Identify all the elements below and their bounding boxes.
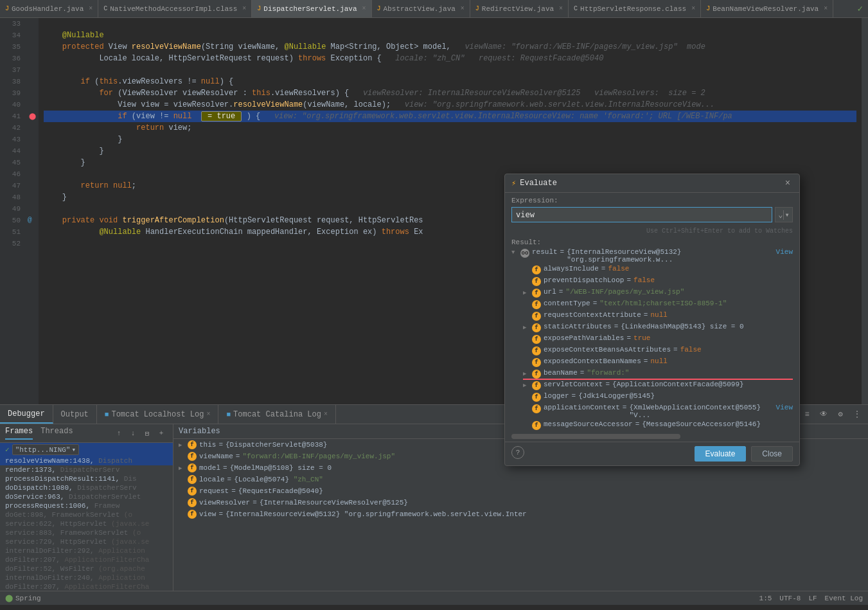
frame-down-btn[interactable]: ↓ xyxy=(127,427,139,440)
dropdown-caret-icon[interactable]: ▾ xyxy=(783,210,790,220)
result-view-link[interactable]: View xyxy=(776,248,793,256)
evaluate-expr-btn[interactable]: ≡ xyxy=(800,408,814,422)
eval-close-button[interactable]: × xyxy=(783,178,793,188)
tab-close-6[interactable]: × xyxy=(824,5,828,12)
frame-item-11[interactable]: doFilter:207, ApplicationFilterCha xyxy=(0,555,173,564)
eval-scrollbar-thumb[interactable] xyxy=(511,434,680,439)
frames-panel: Frames Threads ↑ ↓ ⊟ + ✓ "http...NING" ▾ xyxy=(0,424,173,591)
servletcontext-expand[interactable]: ▶ xyxy=(523,382,531,389)
close-button[interactable]: Close xyxy=(751,446,793,462)
frame-item-8[interactable]: service:883, FrameworkServlet (o xyxy=(0,528,173,537)
frame-item-10[interactable]: internalDoFilter:292, Application xyxy=(0,546,173,555)
tab-beannameviewresolver[interactable]: J BeanNameViewResolver.java × xyxy=(701,0,833,17)
frame-item-1[interactable]: render:1373, DispatcherServ xyxy=(0,465,173,474)
var-item-request[interactable]: f request = {RequestFacade@5040} xyxy=(173,485,868,497)
eval-footer: ? Evaluate Close xyxy=(505,442,799,465)
tab-abstractview[interactable]: J AbstractView.java × xyxy=(372,0,470,17)
breakpoint-icon[interactable]: ⬤ xyxy=(28,112,37,121)
tab-redirectview[interactable]: J RedirectView.java × xyxy=(470,0,569,17)
var-item-viewresolver[interactable]: f viewResolver = {InternalResourceViewRe… xyxy=(173,497,868,508)
annotation-marker: @ xyxy=(28,216,32,224)
frame-item-0[interactable]: resolveViewName:1438, Dispatch xyxy=(0,456,173,465)
result-exposepathvars[interactable]: f exposePathVariables = true xyxy=(511,334,793,345)
result-appcontext[interactable]: f applicationContext = {XmlWebApplicatio… xyxy=(511,403,793,420)
appcontext-view-link[interactable]: View xyxy=(776,404,793,411)
event-log[interactable]: Event Log xyxy=(825,595,863,602)
java-icon-active: J xyxy=(257,5,261,12)
expression-expand-btn[interactable]: ⌄ ▾ xyxy=(775,207,793,222)
frame-add-btn[interactable]: + xyxy=(155,427,168,440)
var-item-view[interactable]: f view = {InternalResourceView@5132} "or… xyxy=(173,508,868,520)
evaluate-button[interactable]: Evaluate xyxy=(695,446,747,462)
tab-tomcat-catalina[interactable]: ■ Tomcat Catalina Log × xyxy=(218,405,335,424)
staticattributes-expand[interactable]: ▶ xyxy=(523,324,531,331)
var-icon-viewresolver: f xyxy=(188,498,197,507)
frame-item-6[interactable]: doGet:898, FrameworkServlet (o xyxy=(0,510,173,519)
status-spring[interactable]: ⬤ Spring xyxy=(5,594,41,602)
result-exposedcontextbeannames[interactable]: f exposedContextBeanNames = null xyxy=(511,357,793,368)
tab-debugger[interactable]: Debugger xyxy=(0,405,53,424)
result-exposecontextbeans[interactable]: f exposeContextBeansAsAttributes = false xyxy=(511,345,793,357)
result-beanname[interactable]: ▶ f beanName = "forward:" xyxy=(511,368,793,380)
frame-item-9[interactable]: service:729, HttpServlet (javax.se xyxy=(0,537,173,546)
result-messagesourceaccessor[interactable]: f messageSourceAccessor = {MessageSource… xyxy=(511,420,793,431)
line-sep[interactable]: LF xyxy=(808,595,817,602)
result-requestcontextattr[interactable]: f requestContextAttribute = null xyxy=(511,310,793,322)
expand-arrow-icon: ⌄ xyxy=(778,210,783,220)
more-btn[interactable]: ⋮ xyxy=(850,408,864,422)
tab-close-tomcat-localhost[interactable]: × xyxy=(206,411,210,418)
beanname-expand[interactable]: ▶ xyxy=(523,370,531,377)
watch-btn[interactable]: 👁 xyxy=(817,408,831,422)
frame-item-12[interactable]: doFilter:52, WsFilter (org.apache xyxy=(0,564,173,573)
settings-btn[interactable]: ⚙ xyxy=(833,408,847,422)
result-preventdispatchloop[interactable]: f preventDispatchLoop = false xyxy=(511,276,793,287)
result-servletcontext[interactable]: ▶ f servletContext = {ApplicationContext… xyxy=(511,380,793,391)
frame-item-2[interactable]: processDispatchResult:1141, Dis xyxy=(0,474,173,483)
frame-item-7[interactable]: service:622, HttpServlet (javax.se xyxy=(0,519,173,528)
expand-model-icon[interactable]: ▶ xyxy=(179,465,186,472)
evaluate-dialog: ⚡ Evaluate × Expression: ⌄ ▾ Use Ctrl+Sh… xyxy=(504,174,800,466)
frame-item-3[interactable]: doDispatch:1080, DispatcherServ xyxy=(0,483,173,492)
tab-close-4[interactable]: × xyxy=(559,5,563,12)
tab-httpservletresponse[interactable]: C HttpServletResponse.class × xyxy=(569,0,701,17)
tab-nativemethodaccessor[interactable]: C NativeMethodAccessorImpl.class × xyxy=(98,0,252,17)
url-expand[interactable]: ▶ xyxy=(523,289,531,296)
tab-close-5[interactable]: × xyxy=(691,5,695,12)
tab-frames[interactable]: Frames xyxy=(5,427,33,440)
tab-output[interactable]: Output xyxy=(53,405,97,424)
thread-dropdown[interactable]: "http...NING" ▾ xyxy=(12,444,79,455)
tab-close-tomcat-catalina[interactable]: × xyxy=(324,411,328,418)
frame-item-5[interactable]: processRequest:1006, Framew xyxy=(0,501,173,510)
tab-close-0[interactable]: × xyxy=(89,5,93,12)
result-root-icon: oo xyxy=(520,249,529,258)
result-icon-requestcontextattr: f xyxy=(532,312,541,321)
frame-item-14[interactable]: doFilter:207, ApplicationFilterCha xyxy=(0,582,173,591)
result-logger[interactable]: f logger = {Jdk14Logger@5145} xyxy=(511,391,793,403)
expression-input[interactable] xyxy=(511,207,772,222)
root-expand-icon[interactable]: ▼ xyxy=(511,249,519,256)
tab-close-3[interactable]: × xyxy=(461,5,465,12)
tab-threads[interactable]: Threads xyxy=(40,427,73,440)
result-url[interactable]: ▶ f url = "/WEB-INF/pages/my_view.jsp" xyxy=(511,287,793,299)
result-staticattributes[interactable]: ▶ f staticAttributes = {LinkedHashMap@51… xyxy=(511,322,793,334)
var-item-locale[interactable]: f locale = {Locale@5074} "zh_CN" xyxy=(173,474,868,485)
thread-selector[interactable]: ✓ "http...NING" ▾ xyxy=(0,443,173,456)
frame-filter-btn[interactable]: ⊟ xyxy=(141,427,154,440)
eval-scrollbar[interactable] xyxy=(511,434,793,439)
tab-close-2[interactable]: × xyxy=(362,5,366,12)
frame-item-13[interactable]: internalDoFilter:240, Application xyxy=(0,573,173,582)
frame-item-4[interactable]: doService:963, DispatcherServlet xyxy=(0,492,173,501)
code-line-42: return view; xyxy=(44,122,856,134)
tab-goodshandler[interactable]: J GoodsHandler.java × xyxy=(0,0,98,17)
encoding[interactable]: UTF-8 xyxy=(779,595,801,602)
result-root[interactable]: ▼ oo result = {InternalResourceView@5132… xyxy=(511,247,793,264)
editor-scrollbar[interactable] xyxy=(862,18,868,404)
tab-tomcat-localhost[interactable]: ■ Tomcat Localhost Log × xyxy=(97,405,219,424)
expand-this-icon[interactable]: ▶ xyxy=(179,442,186,449)
tab-close-1[interactable]: × xyxy=(242,5,246,12)
result-alwaysinclude[interactable]: f alwaysInclude = false xyxy=(511,264,793,276)
eval-help-button[interactable]: ? xyxy=(511,446,524,459)
frame-up-btn[interactable]: ↑ xyxy=(112,427,125,440)
result-contenttype[interactable]: f contentType = "text/html;charset=ISO-8… xyxy=(511,299,793,310)
tab-dispatcherservlet[interactable]: J DispatcherServlet.java × xyxy=(252,0,371,17)
